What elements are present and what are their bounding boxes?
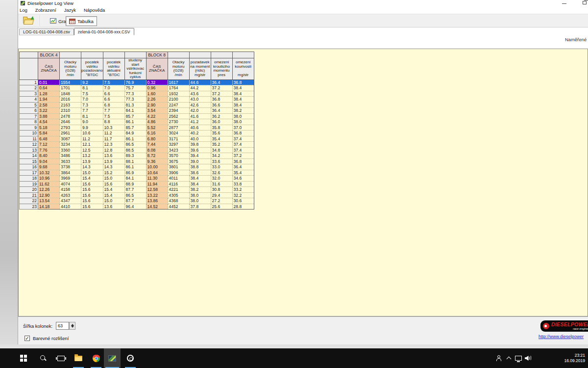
grid-cell[interactable]: 36.6 bbox=[211, 102, 232, 108]
grid-cell[interactable]: 38.4 bbox=[232, 102, 254, 108]
grid-cell[interactable]: 36.4 bbox=[211, 79, 232, 85]
grid-cell[interactable]: 38.4 bbox=[189, 176, 211, 182]
grid-cell[interactable]: 89.3 bbox=[124, 153, 146, 159]
grid-cell[interactable]: 87.7 bbox=[124, 198, 146, 204]
grid-cell[interactable]: 84.1 bbox=[124, 108, 146, 114]
grid-cell[interactable]: 86.1 bbox=[124, 136, 146, 142]
grid-cell[interactable]: 14.52 bbox=[146, 204, 168, 210]
grid-cell[interactable]: 9.2 bbox=[81, 79, 103, 85]
file-tab[interactable]: LOG-01-011-004-008.csv bbox=[19, 28, 74, 35]
grid-cell[interactable]: 13.9 bbox=[81, 158, 103, 164]
grid-cell[interactable]: 43.0 bbox=[189, 97, 211, 103]
grid-cell[interactable]: 1764 bbox=[168, 85, 189, 91]
grid-cell[interactable]: 40.2 bbox=[189, 131, 211, 136]
grid-cell[interactable]: 38.0 bbox=[189, 198, 211, 204]
grid-cell[interactable]: 7.7 bbox=[81, 108, 103, 114]
grid-cell[interactable]: 10.64 bbox=[146, 170, 168, 176]
taskbar-clock[interactable]: 23:21 16.09.2019 bbox=[564, 348, 587, 368]
chrome-button[interactable] bbox=[89, 348, 103, 368]
task-view-button[interactable] bbox=[54, 348, 68, 368]
grid-cell[interactable]: 11.94 bbox=[146, 181, 168, 187]
grid-cell[interactable]: 2247 bbox=[168, 102, 189, 108]
grid-cell[interactable]: 96.4 bbox=[124, 204, 146, 210]
grid-cell[interactable]: 2.90 bbox=[146, 102, 168, 108]
grid-cell[interactable]: 81.3 bbox=[124, 102, 146, 108]
start-button[interactable] bbox=[17, 348, 30, 368]
grid-cell[interactable]: 2961 bbox=[60, 131, 81, 136]
grid-cell[interactable]: 32.6 bbox=[211, 170, 232, 176]
grid-cell[interactable]: 36.0 bbox=[211, 119, 232, 125]
dieselpower-app-button[interactable] bbox=[123, 348, 137, 368]
grid-cell[interactable]: 7.12 bbox=[38, 142, 60, 148]
grid-cell[interactable]: 77.3 bbox=[124, 97, 146, 103]
menu-item-zobrazen[interactable]: Zobrazení bbox=[31, 6, 60, 14]
grid-cell[interactable]: 33.0 bbox=[211, 164, 232, 170]
grid-cell[interactable]: 3423 bbox=[168, 147, 189, 153]
grid-cell[interactable]: 4221 bbox=[168, 187, 189, 193]
tray-expand-button[interactable] bbox=[504, 348, 514, 368]
grid-cell[interactable]: 7.7 bbox=[103, 108, 124, 114]
grid-cell[interactable]: 30.8 bbox=[211, 187, 232, 193]
grid-cell[interactable]: 38.0 bbox=[232, 119, 254, 125]
grid-cell[interactable]: 3234 bbox=[60, 142, 81, 148]
menu-item-npovda[interactable]: Nápověda bbox=[80, 6, 109, 14]
grid-cell[interactable]: 11.7 bbox=[103, 136, 124, 142]
grid-cell[interactable]: 41.6 bbox=[189, 113, 211, 119]
grid-cell[interactable]: 13.54 bbox=[38, 198, 60, 204]
grid-cell[interactable]: 3.22 bbox=[38, 108, 60, 114]
grid-cell[interactable]: 85.7 bbox=[124, 113, 146, 119]
grid-cell[interactable]: 1.60 bbox=[146, 91, 168, 97]
grid-cell[interactable]: 3.88 bbox=[38, 113, 60, 119]
grid-cell[interactable]: 13.86 bbox=[146, 198, 168, 204]
grid-cell[interactable]: 6.48 bbox=[38, 136, 60, 142]
grid-cell[interactable]: 0.64 bbox=[38, 85, 60, 91]
grid-cell[interactable]: 12.58 bbox=[146, 187, 168, 193]
grid-cell[interactable]: 15.6 bbox=[103, 181, 124, 187]
grid-cell[interactable]: 6.6 bbox=[103, 97, 124, 103]
grid-cell[interactable]: 75.7 bbox=[124, 85, 146, 91]
grid-cell[interactable]: 15.4 bbox=[103, 187, 124, 193]
grid-cell[interactable]: 9.0 bbox=[81, 119, 103, 125]
grid-cell[interactable]: 4116 bbox=[168, 181, 189, 187]
grid-cell[interactable]: 35.2 bbox=[211, 142, 232, 148]
grid-cell[interactable]: 28.8 bbox=[232, 204, 254, 210]
grid-cell[interactable]: 4.86 bbox=[146, 119, 168, 125]
grid-cell[interactable]: 5.52 bbox=[146, 125, 168, 131]
file-tab[interactable]: zelená-01-004-008-xxx.CSV bbox=[74, 28, 134, 35]
grid-cell[interactable]: 15.4 bbox=[81, 176, 103, 182]
column-width-stepper[interactable] bbox=[69, 322, 75, 330]
grid-cell[interactable]: 13.2 bbox=[81, 153, 103, 159]
grid-cell[interactable]: 15.6 bbox=[81, 204, 103, 210]
grid-cell[interactable]: 38.2 bbox=[232, 108, 254, 114]
grid-cell[interactable]: 39.6 bbox=[189, 147, 211, 153]
grid-cell[interactable]: 6.6 bbox=[103, 91, 124, 97]
grid-cell[interactable]: 36.8 bbox=[211, 97, 232, 103]
grid-cell[interactable]: 1.28 bbox=[38, 91, 60, 97]
grid-cell[interactable]: 2730 bbox=[168, 119, 189, 125]
grid-cell[interactable]: 2877 bbox=[168, 125, 189, 131]
grid-cell[interactable]: 8.1 bbox=[81, 113, 103, 119]
grid-cell[interactable]: 29.4 bbox=[211, 192, 232, 198]
grid-cell[interactable]: 3486 bbox=[60, 153, 81, 159]
network-button[interactable] bbox=[514, 348, 523, 368]
grid-cell[interactable]: 33.8 bbox=[232, 181, 254, 187]
grid-cell[interactable]: 1554 bbox=[60, 79, 81, 85]
grid-cell[interactable]: 37.4 bbox=[232, 136, 254, 142]
grid-cell[interactable]: 7.3 bbox=[81, 102, 103, 108]
grid-cell[interactable]: 38.4 bbox=[232, 91, 254, 97]
grid-cell[interactable]: 36.2 bbox=[211, 113, 232, 119]
grid-cell[interactable]: 3906 bbox=[168, 170, 189, 176]
grid-cell[interactable]: 38.4 bbox=[232, 85, 254, 91]
grid-cell[interactable]: 1.94 bbox=[38, 97, 60, 103]
grid-cell[interactable]: 36.8 bbox=[232, 79, 254, 85]
grid-cell[interactable]: 2310 bbox=[60, 108, 81, 114]
grid-cell[interactable]: 38.0 bbox=[232, 113, 254, 119]
grid-cell[interactable]: 3738 bbox=[60, 164, 81, 170]
spin-down-icon[interactable] bbox=[71, 326, 74, 328]
grid-cell[interactable]: 44.2 bbox=[189, 85, 211, 91]
volume-button[interactable] bbox=[523, 348, 533, 368]
grid-cell[interactable]: 15.6 bbox=[81, 181, 103, 187]
grid-cell[interactable]: 9.68 bbox=[38, 164, 60, 170]
grid-cell[interactable]: 6.8 bbox=[103, 102, 124, 108]
grid-cell[interactable]: 42.6 bbox=[189, 102, 211, 108]
